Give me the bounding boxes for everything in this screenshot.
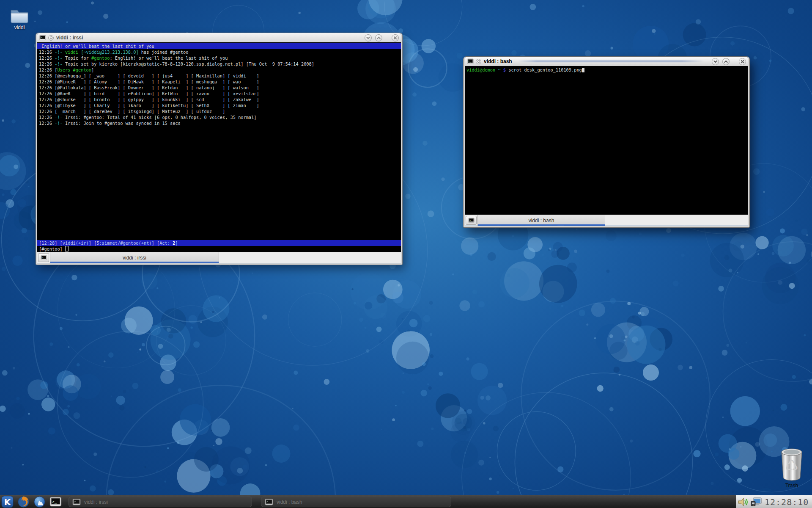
session-tab-bash[interactable]: viddi : bash [477,215,605,226]
close-button[interactable] [739,58,746,65]
titlebar-grip-lines [89,35,357,40]
display-icon [751,497,762,508]
session-tab-label: viddi : bash [529,218,554,224]
irc-line: 12:26 [@tibyke ] [ Charly ] [ ikaro ] [ … [37,102,401,108]
maximize-button[interactable] [375,34,382,41]
konsole-icon [41,254,47,261]
irssi-chat-lines: 12:26 -!- viddi [~viddi@213.213.138.0] h… [37,49,401,126]
irc-line: 12:26 [@meshugga_] [ _wao ] [ devoid ] [… [37,73,401,79]
desktop-icon-label: viddi [4,25,35,30]
amarok-icon [33,496,46,508]
close-button[interactable] [392,34,399,41]
taskbar-clock: 12:28:10 [765,497,809,507]
system-tray: 12:28:10 [736,495,812,508]
active-tab-underline [50,262,219,263]
svg-text:♺: ♺ [785,457,798,474]
new-session-button[interactable] [466,216,477,225]
irssi-tab-bar: viddi : irssi [37,252,401,263]
irssi-window: viddi : irssi English! or we'll beat the… [36,33,402,265]
active-tab-underline [478,224,605,226]
text-cursor [582,68,584,72]
close-icon [393,36,398,40]
minimize-button[interactable] [365,34,372,41]
kmenu-icon: K [1,496,14,508]
maximize-icon [724,59,728,64]
irc-line: 12:26 [@Pallokala] [ BassFreak] [ Downer… [37,85,401,91]
minimize-icon [713,59,718,64]
tab-bar-empty-area [219,252,401,263]
desktop-icon-label: Trash [776,483,807,489]
close-icon [740,59,745,64]
maximize-icon [376,36,381,40]
taskbar: K viddi : irssi viddi : bash [0,495,812,508]
sticky-icon [50,36,52,39]
amarok-launcher[interactable] [33,496,46,508]
desktop-icon-viddi[interactable]: viddi [4,7,35,30]
konsole-icon [468,217,475,224]
task-button-label: viddi : irssi [84,499,108,505]
new-session-button[interactable] [38,253,49,262]
bash-window: viddi : bash viddi@demon ~ $ scrot desk_… [464,57,749,227]
sticky-button[interactable] [476,59,481,64]
tab-bar-empty-area [605,215,748,226]
text-cursor [65,246,69,251]
irc-line: 12:26 -!- viddi [~viddi@213.213.138.0] h… [37,49,401,55]
irc-line: 12:26 [@RoeR ] [ bird ] [ ePublicon] [ K… [37,91,401,97]
desktop: >_ viddi [0,0,812,508]
bash-prompt-line: viddi@demon ~ $ scrot desk_gentoo_110109… [465,67,748,73]
titlebar-grip-lines [518,59,704,64]
irssi-input-line[interactable]: [#gentoo] [37,246,401,252]
session-tab-irssi[interactable]: viddi : irssi [50,252,219,263]
trash-icon: ♺ [780,447,804,482]
bash-terminal[interactable]: viddi@demon ~ $ scrot desk_gentoo_110109… [465,66,748,215]
irssi-titlebar[interactable]: viddi : irssi [37,33,401,42]
volume-tray-button[interactable] [738,497,749,508]
desktop-icon-trash[interactable]: ♺ Trash [776,447,807,489]
irc-line: 12:26 [ _march_ ] [ dareDev ] [ itsgoing… [37,108,401,114]
irc-line: 12:26 [Users #gentoo] [37,67,401,73]
session-tab-label: viddi : irssi [123,255,146,261]
folder-icon [10,7,29,24]
irssi-terminal[interactable]: English! or we'll beat the last shit of … [37,42,401,252]
task-button-label: viddi : bash [277,499,302,505]
irc-line: 12:26 -!- Topic for #gentoo: English! or… [37,55,401,61]
irssi-topic-bar: English! or we'll beat the last shit of … [37,43,401,49]
svg-text:K: K [4,497,11,507]
task-button-irssi[interactable]: viddi : irssi [69,497,252,507]
kmenu-button[interactable]: K [1,496,14,508]
konsole-icon [49,496,62,508]
sticky-icon [477,60,480,63]
minimize-button[interactable] [712,58,719,65]
irc-line: 12:26 -!- Irssi: Join to #gentoo was syn… [37,120,401,126]
maximize-button[interactable] [722,58,730,65]
window-title: viddi : irssi [56,35,83,41]
window-title: viddi : bash [484,58,512,64]
irc-line: 12:26 [@shurke ] [ bronto ] [ gylppy ] [… [37,97,401,102]
konsole-launcher[interactable] [49,496,62,508]
irc-line: 12:26 -!- Topic set by kierzko [kierzko@… [37,61,401,67]
display-tray-button[interactable] [751,497,762,508]
konsole-icon [72,498,81,506]
konsole-icon [265,498,273,506]
minimize-icon [366,36,370,40]
konsole-icon [39,34,46,41]
irc-line: 12:26 -!- Irssi: #gentoo: Total of 41 ni… [37,114,401,120]
firefox-launcher[interactable] [17,496,30,508]
bash-titlebar[interactable]: viddi : bash [465,57,748,66]
task-button-bash[interactable]: viddi : bash [261,497,451,507]
sticky-button[interactable] [48,35,54,41]
firefox-icon [17,496,30,508]
irc-line: 12:26 [@MinceR ] [ Atomy ] [ DjHawk ] [ … [37,79,401,85]
bash-tab-bar: viddi : bash [465,215,748,226]
volume-icon [738,497,749,508]
konsole-icon [467,58,474,65]
irssi-status-bar: [12:28] [viddi(+ir)] [5:simnet/#gentoo(+… [37,240,401,246]
